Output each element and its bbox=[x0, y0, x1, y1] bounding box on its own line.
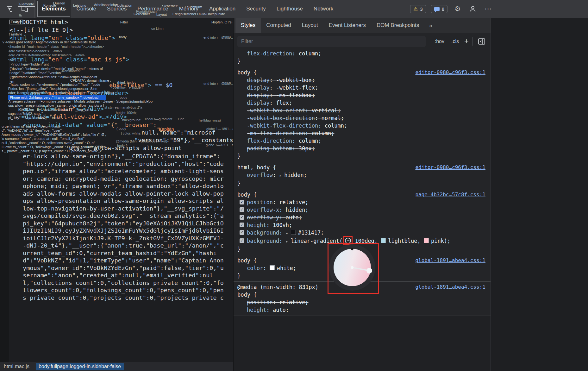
overlay-text: Gerechnet bbox=[134, 12, 150, 16]
stylesheet-link[interactable]: editor-0980…c96f3.css:1 bbox=[415, 164, 485, 171]
styles-tab-layout[interactable]: Layout bbox=[297, 18, 323, 33]
css-property[interactable]: -webkit-flex-direction: column; bbox=[237, 122, 485, 129]
property-name: height bbox=[247, 222, 266, 228]
css-property[interactable]: padding-bottom: 30px; bbox=[237, 145, 485, 152]
dom-tree-line[interactable]: ads allow-forms allow-modals allow-point… bbox=[23, 190, 224, 197]
dom-tree-line[interactable]: l,"collections_count":0,"collections_pri… bbox=[23, 279, 224, 286]
property-checkbox[interactable]: ✓ bbox=[240, 200, 244, 204]
inspect-element-glyph bbox=[6, 5, 13, 13]
stylesheet-link[interactable]: global-1891…abea4.css:1 bbox=[415, 257, 485, 264]
toolbar-right-group: ⚠ 3 8 ⚙ ⋯ bbox=[410, 4, 588, 14]
styles-tab-bar: StylesComputedLayoutEvent ListenersDOM B… bbox=[234, 18, 491, 33]
issues-badge[interactable]: 8 bbox=[431, 5, 447, 13]
stylesheet-link[interactable]: editor-0980…c96f3.css:1 bbox=[415, 69, 485, 76]
main-tab-security[interactable]: Security bbox=[241, 0, 271, 18]
property-checkbox[interactable]: ✓ bbox=[240, 230, 244, 235]
css-property[interactable]: ✓overflow-y: auto; bbox=[237, 214, 485, 221]
property-checkbox[interactable]: ✓ bbox=[240, 238, 244, 243]
css-property[interactable]: ✓position: relative; bbox=[237, 198, 485, 206]
property-name: display bbox=[247, 77, 270, 83]
breadcrumb-item-body-fullpage-logged-in-sidebar-false[interactable]: body.fullpage.logged-in.sidebar-false bbox=[36, 363, 124, 370]
property-checkbox[interactable]: ✓ bbox=[240, 223, 244, 227]
overlay-text: (html, body bbox=[117, 81, 134, 85]
css-property[interactable]: display: -webkit-box; bbox=[237, 76, 485, 84]
dom-tree-line[interactable]: null,"name":"microsof bbox=[141, 129, 216, 136]
toggle-sidebar-icon[interactable] bbox=[477, 36, 487, 47]
property-checkbox[interactable]: ✓ bbox=[240, 215, 244, 220]
css-property[interactable]: -webkit-box-direction: normal; bbox=[237, 114, 485, 122]
dom-tree-line[interactable]: sername":"anon","created_at":null,"email… bbox=[23, 272, 213, 279]
annotation-box-large bbox=[328, 243, 379, 294]
dom-tree-line[interactable]: er-lock allow-same-origin"},"__CPDATA":{… bbox=[23, 153, 220, 160]
toggle-element-classes-button[interactable]: .cls bbox=[448, 39, 462, 44]
css-property[interactable]: overflow: ▸hidden; bbox=[237, 171, 485, 179]
dom-tree-line[interactable]: ymous","owner_id":"VoDkNZYdEzGn","paid":… bbox=[23, 264, 224, 272]
dom-tree-line[interactable]: iJIUzI1NiJ9.eyJyZXNvdXJjZSI6ImFuYWx5dGlj… bbox=[23, 227, 224, 234]
styles-tab-dom-breakpoints[interactable]: DOM Breakpoints bbox=[371, 18, 424, 33]
dom-tree-line[interactable]: pen.io","iframe_allow":"accelerometer; a… bbox=[23, 167, 224, 175]
css-rule: flex-direction: column;} bbox=[234, 50, 491, 67]
css-property[interactable]: -webkit-box-orient: vertical; bbox=[237, 107, 485, 114]
main-tab-lighthouse[interactable]: Lighthouse bbox=[271, 0, 308, 18]
warnings-badge[interactable]: ⚠ 3 bbox=[410, 5, 426, 13]
css-selector[interactable]: editor-0980…c96f3.css:1body { bbox=[237, 69, 485, 76]
property-name: overflow bbox=[247, 172, 273, 178]
dom-tree-line[interactable]: pi_key":"64puhuch8n2j","token":"eyJ0eXAi… bbox=[23, 220, 224, 227]
overlay-text: IE bbox=[19, 13, 22, 17]
property-name: background bbox=[247, 238, 279, 244]
color-swatch[interactable] bbox=[270, 265, 275, 270]
overlay-text: globe 1—1891…abea4 cuss : 1 bbox=[206, 127, 233, 131]
css-property[interactable]: ✓background: ▸#131417; bbox=[237, 229, 485, 237]
dom-tree-line[interactable]: llowers_count":0,"followings_count":0,"p… bbox=[23, 286, 224, 294]
color-swatch[interactable] bbox=[381, 238, 386, 243]
inspect-element-icon[interactable] bbox=[4, 4, 15, 14]
dom-tree-line[interactable]: "https://cdpn.io","environment":"product… bbox=[23, 160, 224, 167]
css-property[interactable]: ✓overflow-x: hidden; bbox=[237, 206, 485, 214]
dom-tree-line[interactable]: -dNJ-20_t4"},"__user":{"anon":true,"base… bbox=[23, 242, 224, 249]
dom-tree-line[interactable]: low-top-navigation-by-user-activation"},… bbox=[23, 205, 224, 212]
property-checkbox[interactable]: ✓ bbox=[240, 207, 244, 212]
dom-tree-line[interactable]: or; camera; encrypted-media; geolocation… bbox=[23, 175, 224, 182]
css-property[interactable]: position: relative; bbox=[237, 299, 485, 306]
filter-input[interactable]: Filter bbox=[237, 36, 426, 47]
toggle-pseudo-state-button[interactable]: :hov bbox=[431, 39, 448, 44]
styles-tab-computed[interactable]: Computed bbox=[261, 18, 296, 33]
css-selector[interactable]: editor-0980…c96f3.css:1html, body { bbox=[237, 164, 485, 171]
overlay-text: Feder. ion ,"iframe_allow" :"beschleunig… bbox=[8, 87, 97, 91]
breadcrumb-item-html-mac-js[interactable]: html.mac.js bbox=[4, 364, 29, 369]
dom-tree-line[interactable]: ioiLCJ1c2VyX2lkIjoiKiJ9.K-TP9-k-_ZnktGVf… bbox=[23, 235, 224, 242]
color-swatch[interactable] bbox=[424, 238, 429, 243]
expand-arrow-icon[interactable]: ▸ bbox=[286, 238, 288, 245]
expand-arrow-icon[interactable]: ▸ bbox=[279, 172, 282, 179]
stylesheet-link[interactable]: global-1891…abea4.css:1 bbox=[415, 283, 485, 291]
css-property[interactable]: flex-direction: column; bbox=[237, 50, 485, 57]
more-tabs-chevron-icon[interactable]: » bbox=[429, 22, 432, 29]
styles-tab-event-listeners[interactable]: Event Listeners bbox=[323, 18, 371, 33]
user-icon[interactable] bbox=[468, 4, 478, 14]
property-name: -ms-flex-direction bbox=[247, 130, 305, 136]
css-selector[interactable]: page-4b32bc…57c8f.css:1body { bbox=[237, 191, 485, 198]
color-swatch[interactable] bbox=[291, 230, 296, 235]
css-property[interactable]: -ms-flex-direction: column; bbox=[237, 129, 485, 137]
main-tab-network[interactable]: Network bbox=[308, 0, 339, 18]
css-property[interactable]: height: auto: bbox=[237, 306, 485, 314]
dom-tree-line[interactable]: ups allow-presentation allow-same-origin… bbox=[23, 197, 224, 204]
overlay-text: co Limn bbox=[151, 27, 164, 31]
dom-tree-line[interactable]: svgs/compiled/svgs.dee7eb02.svg","__stre… bbox=[23, 212, 224, 219]
issues-count: 8 bbox=[442, 6, 444, 12]
more-options-icon[interactable]: ⋯ bbox=[483, 4, 493, 14]
css-property[interactable]: ✓height: 100vh; bbox=[237, 221, 485, 229]
dom-tree-line[interactable]: urrent_team_id":0,"current_team_hashid":… bbox=[23, 249, 217, 257]
settings-gear-icon[interactable]: ⚙ bbox=[453, 4, 463, 14]
css-property[interactable]: display: -ms-flexbox; bbox=[237, 91, 485, 99]
dom-tree-line[interactable]: d":"VoDkNZ","id":1,"itemType":"user","na… bbox=[23, 257, 224, 264]
dom-tree-line[interactable]: ophone; midi; payment; vr","iframe_sandb… bbox=[23, 182, 224, 190]
expand-arrow-icon[interactable]: ▸ bbox=[286, 230, 288, 237]
stylesheet-link[interactable]: page-4b32bc…57c8f.css:1 bbox=[415, 191, 485, 198]
new-style-rule-button[interactable]: + bbox=[462, 37, 472, 46]
css-property[interactable]: display: flex; bbox=[237, 99, 485, 107]
css-property[interactable]: display: -webkit-flex; bbox=[237, 84, 485, 91]
css-property[interactable]: flex-direction: column; bbox=[237, 137, 485, 145]
dom-tree-line[interactable]: s_private_count":0,"projects_count":0,"p… bbox=[23, 294, 224, 301]
styles-tab-styles[interactable]: Styles bbox=[235, 18, 261, 33]
